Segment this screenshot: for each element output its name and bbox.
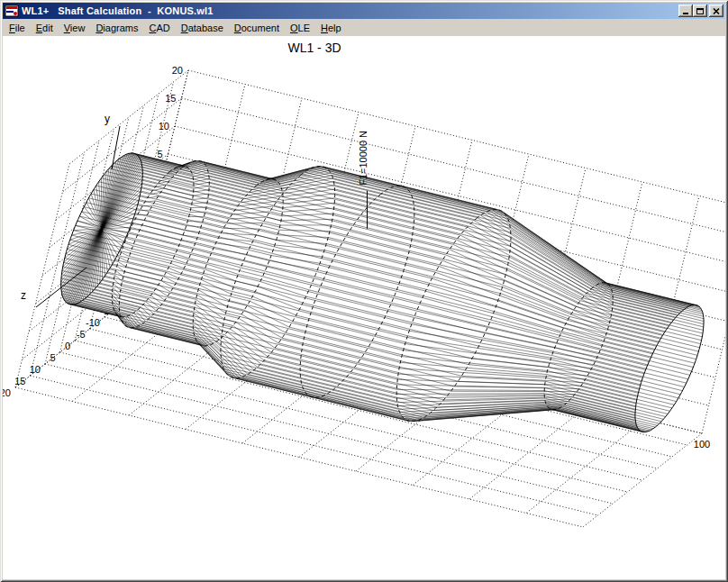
minimize-button[interactable] [678,5,693,17]
title-bar[interactable]: WL1+ Shaft Calculation - KONUS.wl1 [3,3,725,19]
plot-title: WL1 - 3D [287,41,341,55]
z-tick-label: 0 [65,341,70,351]
plot-title-text: WL1 - 3D [287,41,341,55]
y-tick-label: 10 [159,121,169,132]
minimize-icon [682,8,689,14]
menu-bar: FileEditViewDiagramsCADDatabaseDocumentO… [3,19,725,36]
window-title: WL1+ Shaft Calculation - KONUS.wl1 [22,5,678,16]
close-icon [713,8,720,14]
menu-item-diagrams[interactable]: Diagrams [90,21,143,35]
maximize-button[interactable] [693,5,707,17]
menu-item-file[interactable]: File [4,21,31,35]
plot-area: 20151050-5-10-15-20-20-15-10-50510152010… [3,36,725,579]
shaft-wireframe [61,153,704,432]
z-tick-label: -5 [77,329,86,340]
menu-item-database[interactable]: Database [176,21,229,35]
menu-item-help[interactable]: Help [315,21,347,35]
z-tick-label: -10 [86,317,100,328]
z-tick-label: 15 [14,376,25,386]
menu-item-edit[interactable]: Edit [31,21,59,35]
y-axis-label: y [105,113,110,125]
y-tick-label: 20 [172,65,183,76]
menu-item-view[interactable]: View [59,21,91,35]
maximize-icon [696,8,704,14]
z-tick-label: 10 [30,364,41,375]
app-icon-image [5,4,19,18]
menu-item-ole[interactable]: OLE [285,21,315,35]
z-tick-label: 5 [50,352,55,363]
force-annotation: F1=10000 N [359,131,369,186]
menu-item-document[interactable]: Document [229,21,285,35]
z-tick-label: 20 [3,387,11,398]
menu-item-cad[interactable]: CAD [143,21,175,35]
z-axis-label: z [21,289,26,302]
y-tick-label: 5 [157,149,162,159]
app-window: WL1+ Shaft Calculation - KONUS.wl1 FileE [0,0,728,582]
app-icon[interactable] [5,4,19,18]
shaft-3d-view: 20151050-5-10-15-20-20-15-10-50510152010… [3,36,725,579]
y-tick-label: 15 [165,93,176,104]
window-controls [678,5,723,17]
x-tick-label: 100 [694,439,710,450]
close-button[interactable] [709,5,723,17]
